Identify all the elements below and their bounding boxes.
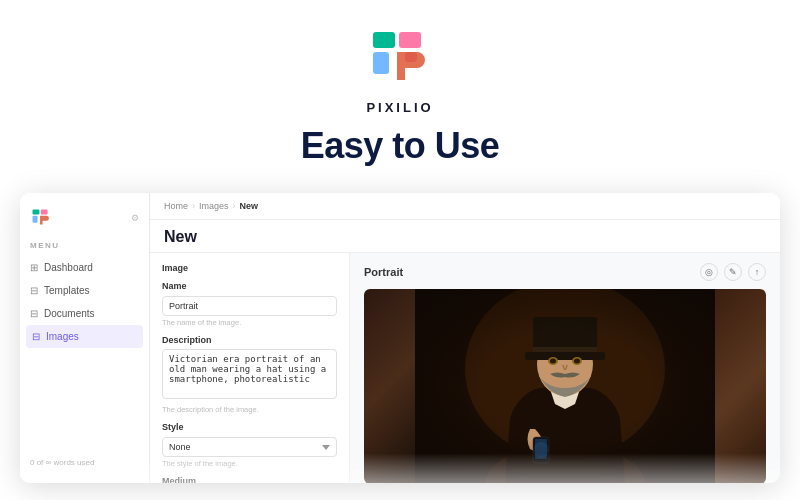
description-input[interactable]: Victorian era portrait of an old man wea… <box>162 349 337 399</box>
image-panel-header: Portrait ◎ ✎ ↑ <box>364 263 766 281</box>
templates-icon: ⊟ <box>30 285 38 296</box>
portrait-image <box>364 289 766 483</box>
breadcrumb-sep-2: › <box>233 201 236 211</box>
name-input[interactable] <box>162 296 337 316</box>
brand-name: PIXILIO <box>366 100 433 115</box>
breadcrumb-sep-1: › <box>192 201 195 211</box>
description-label: Description <box>162 335 337 345</box>
svg-rect-0 <box>373 32 395 48</box>
description-hint: The description of the image. <box>162 405 337 414</box>
breadcrumb-images[interactable]: Images <box>199 201 229 211</box>
logo <box>365 24 435 94</box>
form-panel: Image Name The name of the image. Descri… <box>150 253 350 483</box>
svg-rect-3 <box>405 52 417 62</box>
style-hint: The style of the image. <box>162 459 337 468</box>
svg-rect-4 <box>33 210 40 215</box>
word-count: 0 of ∞ words used <box>20 452 149 473</box>
sidebar-item-images[interactable]: ⊟ Images <box>26 325 143 348</box>
sidebar-menu-label: MENU <box>20 237 149 254</box>
edit-action-icon[interactable]: ✎ <box>724 263 742 281</box>
main-title: Easy to Use <box>301 125 500 167</box>
image-actions: ◎ ✎ ↑ <box>700 263 766 281</box>
image-section-label: Image <box>162 263 337 273</box>
name-hint: The name of the image. <box>162 318 337 327</box>
dashboard-icon: ⊞ <box>30 262 38 273</box>
medium-label: Medium <box>162 476 337 483</box>
sidebar-logo-area: ⚙ <box>20 203 149 237</box>
svg-rect-1 <box>399 32 421 48</box>
sidebar-settings-icon[interactable]: ⚙ <box>131 213 139 223</box>
breadcrumb: Home › Images › New <box>150 193 780 220</box>
main-content: Home › Images › New New Image Name The n… <box>150 193 780 483</box>
name-label: Name <box>162 281 337 291</box>
circle-action-icon[interactable]: ◎ <box>700 263 718 281</box>
svg-rect-6 <box>33 216 38 223</box>
sidebar-item-dashboard[interactable]: ⊞ Dashboard <box>20 256 149 279</box>
sidebar-templates-label: Templates <box>44 285 90 296</box>
sidebar-images-label: Images <box>46 331 79 342</box>
sidebar-item-templates[interactable]: ⊟ Templates <box>20 279 149 302</box>
svg-rect-22 <box>415 289 715 483</box>
top-section: PIXILIO Easy to Use <box>301 0 500 193</box>
image-panel: Portrait ◎ ✎ ↑ <box>350 253 780 483</box>
share-action-icon[interactable]: ↑ <box>748 263 766 281</box>
app-preview: ⚙ MENU ⊞ Dashboard ⊟ Templates ⊟ Documen… <box>20 193 780 483</box>
sidebar-item-documents[interactable]: ⊟ Documents <box>20 302 149 325</box>
image-panel-title: Portrait <box>364 266 403 278</box>
sidebar-dashboard-label: Dashboard <box>44 262 93 273</box>
svg-rect-5 <box>41 210 48 215</box>
sidebar-documents-label: Documents <box>44 308 95 319</box>
breadcrumb-current: New <box>240 201 259 211</box>
documents-icon: ⊟ <box>30 308 38 319</box>
style-label: Style <box>162 422 337 432</box>
content-area: Image Name The name of the image. Descri… <box>150 253 780 483</box>
page-title: New <box>150 220 780 252</box>
breadcrumb-home[interactable]: Home <box>164 201 188 211</box>
style-select[interactable]: None <box>162 437 337 457</box>
sidebar: ⚙ MENU ⊞ Dashboard ⊟ Templates ⊟ Documen… <box>20 193 150 483</box>
svg-rect-2 <box>373 52 389 74</box>
images-icon: ⊟ <box>32 331 40 342</box>
